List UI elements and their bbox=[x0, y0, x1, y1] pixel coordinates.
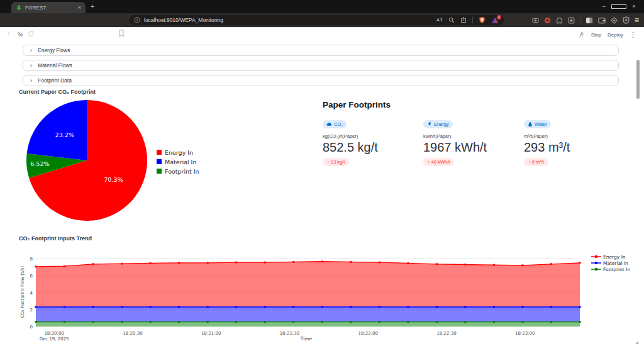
bookmark-icon[interactable] bbox=[118, 30, 125, 37]
badge-label: Energy bbox=[434, 121, 449, 127]
rewards-icon[interactable] bbox=[611, 17, 618, 24]
divider bbox=[580, 17, 580, 23]
site-info-icon[interactable] bbox=[134, 17, 140, 23]
delta-up-icon: ↑ bbox=[327, 159, 330, 165]
stop-button[interactable]: Stop bbox=[591, 32, 601, 38]
delta-value: 13 kg/t bbox=[331, 159, 345, 165]
svg-text:Footprint In: Footprint In bbox=[165, 168, 199, 175]
nav-buttons: ‹ › bbox=[8, 30, 42, 37]
delta-value: 0 m³/t bbox=[532, 159, 544, 165]
wallet-icon[interactable] bbox=[598, 17, 606, 24]
svg-text:Footprint In: Footprint In bbox=[603, 267, 630, 272]
share-icon[interactable] bbox=[460, 17, 467, 23]
url-bar[interactable]: localhost:9010/WEPA_Monitoring A 1 bbox=[129, 15, 504, 25]
tab-favicon-tree-icon bbox=[16, 4, 22, 11]
delta-up-icon: ↑ bbox=[528, 159, 531, 165]
metric-delta: ↑0 m³/t bbox=[524, 158, 548, 166]
svg-text:18:20:00: 18:20:00 bbox=[44, 331, 64, 336]
expander-label: Material Flows bbox=[38, 62, 72, 69]
metric-value: 852.5 kg/t bbox=[323, 140, 422, 155]
svg-text:4: 4 bbox=[30, 291, 33, 296]
chevron-right-icon: › bbox=[30, 62, 32, 69]
svg-text:18:21:00: 18:21:00 bbox=[201, 331, 221, 336]
extension-camera-icon[interactable] bbox=[532, 17, 539, 23]
expander-label: Energy Flows bbox=[38, 47, 70, 53]
window-maximize-button[interactable] bbox=[611, 0, 626, 13]
scroll-corner bbox=[635, 341, 638, 344]
svg-text:A: A bbox=[436, 17, 440, 23]
tab-close-icon[interactable]: × bbox=[78, 5, 81, 11]
privacy-shield-icon[interactable] bbox=[623, 16, 630, 24]
search-icon[interactable] bbox=[448, 17, 455, 23]
svg-text:Material In: Material In bbox=[165, 159, 196, 165]
screen: FOREST × + – × ‹ › localhost:9010/WEPA_M… bbox=[0, 0, 644, 346]
app-menu-button[interactable]: ⋮ bbox=[630, 31, 636, 39]
svg-text:8: 8 bbox=[30, 257, 33, 262]
trend-chart[interactable]: 0246818:20:00Dec 19, 202518:20:3018:21:0… bbox=[19, 245, 644, 345]
metric-delta: ↑40 kWh/t bbox=[423, 158, 454, 166]
trend-chart-title: CO₂ Footprint Inputs Trend bbox=[19, 235, 92, 242]
svg-text:2: 2 bbox=[30, 308, 33, 313]
bolt-icon bbox=[427, 121, 432, 126]
url-bar-actions: A 1 bbox=[436, 16, 499, 24]
pie-chart-title: Current Paper CO₂ Footprint bbox=[19, 89, 96, 95]
svg-text:18:23:00: 18:23:00 bbox=[515, 331, 535, 336]
extension-box-icon[interactable] bbox=[568, 17, 575, 24]
notifications-icon[interactable]: 1 bbox=[491, 17, 499, 24]
paper-footprints-heading: Paper Footprints bbox=[323, 100, 391, 109]
window-close-button[interactable]: × bbox=[626, 0, 641, 13]
app-toolbar: Stop Deploy ⋮ bbox=[578, 30, 636, 39]
brave-shield-icon[interactable] bbox=[479, 16, 486, 24]
reload-button[interactable] bbox=[28, 30, 35, 37]
page-scrollbar-thumb[interactable] bbox=[636, 60, 640, 99]
sidebar-toggle-icon[interactable] bbox=[586, 17, 593, 24]
metric-unit-label: kWh/t(Paper) bbox=[423, 133, 523, 139]
svg-text:Energy In: Energy In bbox=[603, 254, 626, 260]
badge-label: Water bbox=[535, 121, 547, 127]
metric-unit-label: kg(CO₂)/t(Paper) bbox=[323, 133, 422, 139]
metric-value: 293 m³/t bbox=[524, 140, 623, 155]
new-tab-button[interactable]: + bbox=[91, 3, 94, 10]
extensions-row: ≡ bbox=[532, 16, 639, 25]
svg-text:18:20:30: 18:20:30 bbox=[123, 331, 142, 336]
svg-text:CO₂ Footprint Flow (t/h): CO₂ Footprint Flow (t/h) bbox=[20, 266, 25, 318]
browser-tab[interactable]: FOREST × bbox=[11, 2, 86, 13]
translate-icon[interactable]: A bbox=[436, 17, 443, 23]
svg-text:Material In: Material In bbox=[603, 260, 628, 266]
svg-text:18:21:30: 18:21:30 bbox=[280, 331, 299, 336]
metric-delta: ↑13 kg/t bbox=[323, 158, 349, 166]
delta-up-icon: ↑ bbox=[428, 159, 430, 165]
window-minimize-button[interactable]: – bbox=[596, 0, 611, 13]
badge-label: CO₂ bbox=[334, 121, 343, 127]
co2-badge: CO₂ bbox=[323, 120, 347, 128]
extension-record-icon[interactable] bbox=[544, 17, 551, 24]
metric-energy: Energy kWh/t(Paper) 1967 kWh/t ↑40 kWh/t bbox=[423, 118, 523, 166]
menu-hamburger-icon[interactable]: ≡ bbox=[635, 16, 639, 25]
notification-badge: 1 bbox=[497, 15, 501, 20]
cloud-icon bbox=[326, 121, 332, 126]
svg-text:18:22:00: 18:22:00 bbox=[358, 331, 377, 336]
extension-ghost-icon[interactable] bbox=[556, 17, 563, 24]
chevron-right-icon: › bbox=[30, 47, 32, 53]
back-button[interactable]: ‹ bbox=[8, 30, 10, 37]
expander-footprint-data[interactable]: › Footprint Data bbox=[23, 75, 619, 86]
window-controls: – × bbox=[596, 0, 641, 13]
divider bbox=[472, 17, 473, 23]
expander-material-flows[interactable]: › Material Flows bbox=[23, 60, 619, 71]
svg-text:6.52%: 6.52% bbox=[30, 160, 49, 167]
metric-value: 1967 kWh/t bbox=[423, 140, 523, 155]
svg-text:70.3%: 70.3% bbox=[104, 176, 123, 183]
pie-chart: 70.3%6.52%23.2%Energy InMaterial InFootp… bbox=[19, 98, 226, 225]
energy-badge: Energy bbox=[423, 120, 453, 128]
sidebar-expand-button[interactable]: » bbox=[19, 30, 23, 39]
svg-text:Energy In: Energy In bbox=[165, 149, 193, 156]
metric-water: Water m³/t(Paper) 293 m³/t ↑0 m³/t bbox=[524, 118, 623, 166]
water-drop-icon bbox=[528, 121, 533, 126]
deploy-button[interactable]: Deploy bbox=[608, 32, 623, 38]
url-text: localhost:9010/WEPA_Monitoring bbox=[144, 17, 223, 23]
svg-text:6: 6 bbox=[30, 274, 33, 279]
browser-tab-strip: FOREST × + – × bbox=[0, 0, 644, 13]
svg-text:0: 0 bbox=[30, 325, 33, 330]
running-status-icon bbox=[578, 31, 585, 38]
expander-energy-flows[interactable]: › Energy Flows bbox=[23, 45, 619, 56]
